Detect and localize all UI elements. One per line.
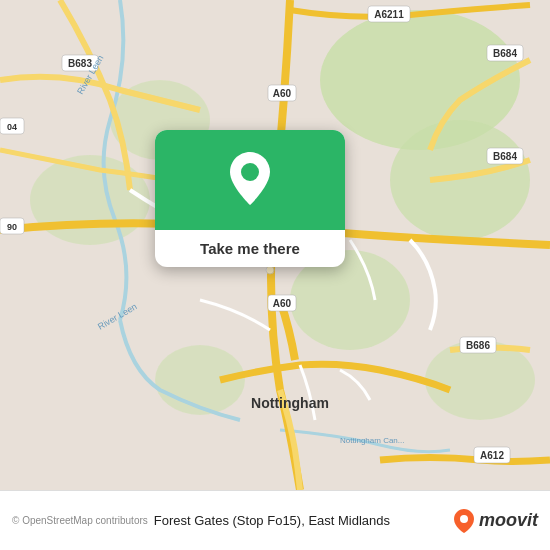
copyright-text: © OpenStreetMap contributors [12,515,148,526]
svg-text:B684: B684 [493,48,517,59]
card-header [155,130,345,230]
take-me-there-card[interactable]: Take me there [155,130,345,267]
svg-text:B684: B684 [493,151,517,162]
moovit-pin-icon [453,508,475,534]
take-me-there-label[interactable]: Take me there [184,230,316,267]
svg-point-2 [390,120,530,240]
svg-text:Nottingham: Nottingham [251,395,329,411]
map-container: A6211 B683 B684 B684 A60 A60 B686 A612 0… [0,0,550,490]
svg-text:90: 90 [7,222,17,232]
svg-text:Nottingham Can...: Nottingham Can... [340,436,404,445]
svg-text:04: 04 [7,122,17,132]
location-pin-icon [225,150,275,210]
svg-text:B686: B686 [466,340,490,351]
svg-point-34 [460,515,468,523]
bottom-bar: © OpenStreetMap contributors Forest Gate… [0,490,550,550]
svg-text:A60: A60 [273,298,292,309]
svg-point-32 [266,266,274,274]
svg-text:A612: A612 [480,450,504,461]
svg-text:A60: A60 [273,88,292,99]
svg-text:A6211: A6211 [374,9,404,20]
moovit-text: moovit [479,510,538,531]
moovit-logo: moovit [453,508,538,534]
stop-name: Forest Gates (Stop Fo15), East Midlands [154,513,447,528]
svg-point-33 [241,163,259,181]
